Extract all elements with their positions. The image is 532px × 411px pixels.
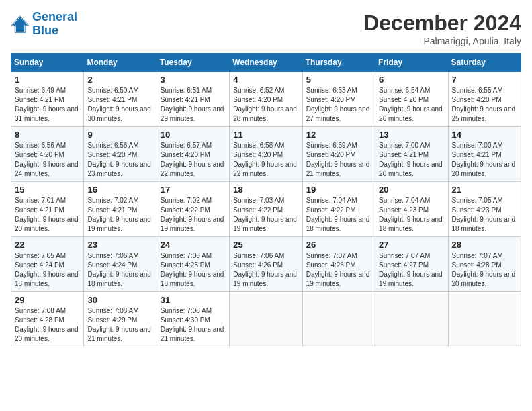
calendar-cell: 10Sunrise: 6:57 AMSunset: 4:20 PMDayligh… [157,127,229,182]
day-detail: Sunrise: 7:02 AMSunset: 4:22 PMDaylight:… [161,196,226,234]
calendar-cell: 2Sunrise: 6:50 AMSunset: 4:21 PMDaylight… [84,72,157,127]
day-number: 5 [306,75,371,85]
calendar-cell: 15Sunrise: 7:01 AMSunset: 4:21 PMDayligh… [11,182,84,237]
day-number: 10 [161,130,226,140]
day-number: 19 [306,185,371,195]
calendar-cell [375,292,448,347]
calendar-week-1: 1Sunrise: 6:49 AMSunset: 4:21 PMDaylight… [11,72,521,127]
day-number: 12 [306,130,371,140]
calendar-cell: 25Sunrise: 7:06 AMSunset: 4:26 PMDayligh… [230,237,302,292]
day-number: 1 [15,75,80,85]
calendar-cell: 5Sunrise: 6:53 AMSunset: 4:20 PMDaylight… [302,72,375,127]
calendar-cell: 24Sunrise: 7:06 AMSunset: 4:25 PMDayligh… [157,237,229,292]
day-detail: Sunrise: 7:03 AMSunset: 4:22 PMDaylight:… [233,196,298,234]
day-number: 25 [233,240,298,250]
day-detail: Sunrise: 7:04 AMSunset: 4:23 PMDaylight:… [379,196,444,234]
day-detail: Sunrise: 7:00 AMSunset: 4:21 PMDaylight:… [452,141,517,179]
day-detail: Sunrise: 7:05 AMSunset: 4:24 PMDaylight:… [15,251,80,289]
day-detail: Sunrise: 6:52 AMSunset: 4:20 PMDaylight:… [233,86,298,124]
calendar-cell [230,292,302,347]
day-number: 6 [379,75,444,85]
calendar-cell: 6Sunrise: 6:54 AMSunset: 4:20 PMDaylight… [375,72,448,127]
day-detail: Sunrise: 7:08 AMSunset: 4:29 PMDaylight:… [87,306,152,344]
day-number: 29 [15,295,80,305]
calendar-cell [448,292,521,347]
day-number: 30 [87,295,152,305]
day-detail: Sunrise: 7:02 AMSunset: 4:21 PMDaylight:… [87,196,152,234]
logo-text: General Blue [32,11,77,38]
day-number: 21 [452,185,517,195]
weekday-header-sunday: Sunday [11,54,84,72]
calendar-cell [302,292,375,347]
logo-line2: Blue [32,24,58,37]
calendar-cell: 4Sunrise: 6:52 AMSunset: 4:20 PMDaylight… [230,72,302,127]
day-detail: Sunrise: 6:50 AMSunset: 4:21 PMDaylight:… [87,86,152,124]
day-detail: Sunrise: 7:08 AMSunset: 4:30 PMDaylight:… [161,306,226,344]
calendar-cell: 9Sunrise: 6:56 AMSunset: 4:20 PMDaylight… [84,127,157,182]
weekday-header-friday: Friday [375,54,448,72]
day-detail: Sunrise: 6:57 AMSunset: 4:20 PMDaylight:… [161,141,226,179]
day-detail: Sunrise: 7:05 AMSunset: 4:23 PMDaylight:… [452,196,517,234]
calendar-cell: 30Sunrise: 7:08 AMSunset: 4:29 PMDayligh… [84,292,157,347]
day-number: 27 [379,240,444,250]
day-detail: Sunrise: 7:07 AMSunset: 4:26 PMDaylight:… [306,251,371,289]
calendar-cell: 26Sunrise: 7:07 AMSunset: 4:26 PMDayligh… [302,237,375,292]
day-number: 9 [87,130,152,140]
day-detail: Sunrise: 7:07 AMSunset: 4:28 PMDaylight:… [452,251,517,289]
day-number: 23 [87,240,152,250]
calendar-week-5: 29Sunrise: 7:08 AMSunset: 4:28 PMDayligh… [11,292,521,347]
day-detail: Sunrise: 7:07 AMSunset: 4:27 PMDaylight:… [379,251,444,289]
day-number: 22 [15,240,80,250]
weekday-header-row: SundayMondayTuesdayWednesdayThursdayFrid… [11,54,521,72]
calendar-cell: 20Sunrise: 7:04 AMSunset: 4:23 PMDayligh… [375,182,448,237]
day-detail: Sunrise: 6:56 AMSunset: 4:20 PMDaylight:… [15,141,80,179]
day-detail: Sunrise: 7:04 AMSunset: 4:22 PMDaylight:… [306,196,371,234]
day-detail: Sunrise: 7:00 AMSunset: 4:21 PMDaylight:… [379,141,444,179]
logo-icon [11,15,30,34]
page-header: General Blue December 2024 Palmariggi, A… [11,11,521,46]
calendar-cell: 8Sunrise: 6:56 AMSunset: 4:20 PMDaylight… [11,127,84,182]
calendar-cell: 12Sunrise: 6:59 AMSunset: 4:20 PMDayligh… [302,127,375,182]
day-detail: Sunrise: 6:54 AMSunset: 4:20 PMDaylight:… [379,86,444,124]
day-detail: Sunrise: 6:58 AMSunset: 4:20 PMDaylight:… [233,141,298,179]
day-number: 24 [161,240,226,250]
title-block: December 2024 Palmariggi, Apulia, Italy [363,11,521,46]
day-number: 7 [452,75,517,85]
day-detail: Sunrise: 6:59 AMSunset: 4:20 PMDaylight:… [306,141,371,179]
month-title: December 2024 [363,11,521,36]
day-detail: Sunrise: 7:06 AMSunset: 4:24 PMDaylight:… [87,251,152,289]
logo-line1: General [32,10,77,24]
calendar-cell: 14Sunrise: 7:00 AMSunset: 4:21 PMDayligh… [448,127,521,182]
calendar-cell: 19Sunrise: 7:04 AMSunset: 4:22 PMDayligh… [302,182,375,237]
calendar-cell: 1Sunrise: 6:49 AMSunset: 4:21 PMDaylight… [11,72,84,127]
day-detail: Sunrise: 6:55 AMSunset: 4:20 PMDaylight:… [452,86,517,124]
day-number: 3 [161,75,226,85]
weekday-header-monday: Monday [84,54,157,72]
day-number: 8 [15,130,80,140]
location: Palmariggi, Apulia, Italy [363,36,521,46]
weekday-header-tuesday: Tuesday [157,54,229,72]
day-detail: Sunrise: 7:08 AMSunset: 4:28 PMDaylight:… [15,306,80,344]
day-number: 20 [379,185,444,195]
weekday-header-wednesday: Wednesday [230,54,302,72]
day-number: 31 [161,295,226,305]
day-number: 15 [15,185,80,195]
day-detail: Sunrise: 6:49 AMSunset: 4:21 PMDaylight:… [15,86,80,124]
calendar-week-4: 22Sunrise: 7:05 AMSunset: 4:24 PMDayligh… [11,237,521,292]
calendar-week-3: 15Sunrise: 7:01 AMSunset: 4:21 PMDayligh… [11,182,521,237]
day-number: 17 [161,185,226,195]
calendar-cell: 29Sunrise: 7:08 AMSunset: 4:28 PMDayligh… [11,292,84,347]
calendar-cell: 18Sunrise: 7:03 AMSunset: 4:22 PMDayligh… [230,182,302,237]
day-detail: Sunrise: 7:06 AMSunset: 4:26 PMDaylight:… [233,251,298,289]
day-number: 13 [379,130,444,140]
calendar-cell: 23Sunrise: 7:06 AMSunset: 4:24 PMDayligh… [84,237,157,292]
day-number: 18 [233,185,298,195]
calendar-cell: 27Sunrise: 7:07 AMSunset: 4:27 PMDayligh… [375,237,448,292]
day-number: 14 [452,130,517,140]
calendar-cell: 11Sunrise: 6:58 AMSunset: 4:20 PMDayligh… [230,127,302,182]
weekday-header-saturday: Saturday [448,54,521,72]
logo: General Blue [11,11,77,38]
calendar-cell: 3Sunrise: 6:51 AMSunset: 4:21 PMDaylight… [157,72,229,127]
day-detail: Sunrise: 6:56 AMSunset: 4:20 PMDaylight:… [87,141,152,179]
day-number: 28 [452,240,517,250]
